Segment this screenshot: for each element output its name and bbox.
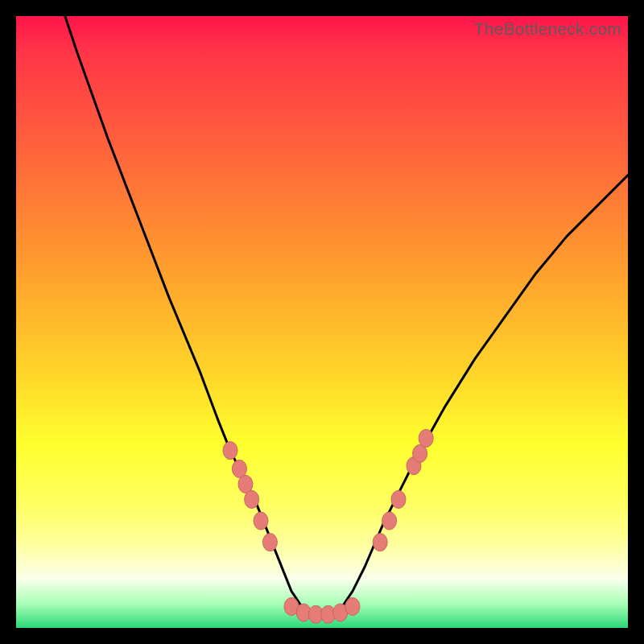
curve-marker (391, 490, 406, 508)
bottleneck-curve (65, 16, 628, 616)
curve-path (65, 16, 628, 616)
curve-marker (345, 597, 360, 615)
curve-marker (382, 512, 397, 530)
curve-marker (223, 442, 237, 460)
curve-marker (262, 534, 277, 551)
curve-marker (373, 534, 387, 551)
chart-svg (16, 16, 628, 628)
curve-marker (245, 490, 259, 508)
chart-container: TheBottleneck.com (0, 0, 644, 644)
curve-marker (419, 429, 433, 447)
curve-markers (223, 429, 433, 623)
curve-marker (254, 512, 268, 530)
